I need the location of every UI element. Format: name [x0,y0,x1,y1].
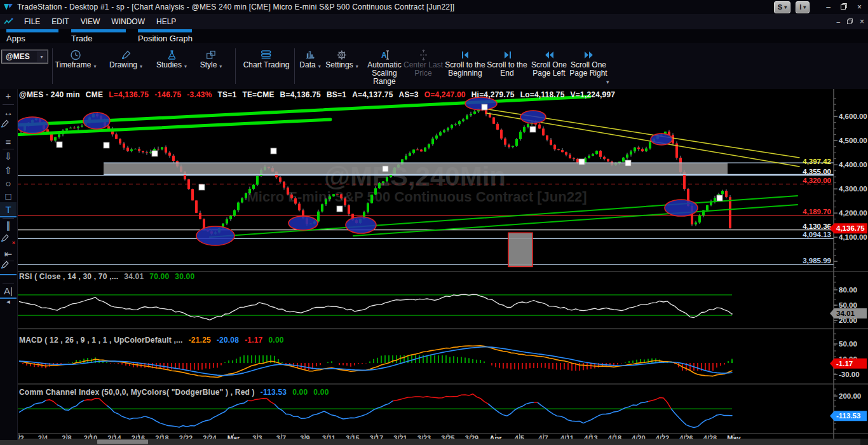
svg-text:50.00: 50.00 [839,340,857,348]
status-field: TS=1 [218,90,237,99]
status-field: -3.43% [187,90,212,99]
svg-text:34.01: 34.01 [836,310,855,317]
collapse-arrow[interactable]: ◂ [0,294,17,308]
macd-label-row: MACD ( 12 , 26 , 9 , 1 , 1 , UpColorDefa… [19,336,284,345]
svg-text:4,100.00: 4,100.00 [839,233,867,241]
chevron-down-icon[interactable]: ▾ [93,64,96,69]
chevron-down-icon[interactable]: ▾ [37,51,46,62]
tab-position-graph[interactable]: Position Graph [138,29,192,43]
tradestation-logo [3,3,13,11]
chevron-down-icon[interactable]: ▾ [356,64,358,69]
quick-button-s[interactable]: S▾ [774,1,790,13]
arrow-down-tool-icon[interactable]: ⇩ [0,149,17,163]
rsi-field: 30.00 [175,272,194,281]
scrollbar-thumb[interactable] [97,440,148,444]
child-minimize-button[interactable]: – [836,18,840,25]
svg-text:-30.00: -30.00 [839,371,860,378]
ellipse-tool-icon[interactable]: ○ [0,176,17,190]
child-close-button[interactable]: × [860,17,864,26]
trendline-tool-icon[interactable] [0,119,17,133]
quick-button-i[interactable]: I▾ [796,1,810,13]
chevron-down-icon[interactable]: ▾ [219,64,222,69]
style-icon [205,48,216,61]
horizontal-lines-tool-icon[interactable]: ≡ [0,134,17,148]
svg-text:4,189.70: 4,189.70 [803,208,831,216]
arrow-up-tool-icon[interactable]: ⇧ [0,163,17,177]
cci-label-row: Comm Channel Index (50,0,0, MyColors( "D… [19,388,329,397]
tab-active-bar [6,29,58,32]
rsi-field: 34.01 [124,272,144,281]
data-button[interactable]: Data▾ [299,48,320,69]
rectangle-tool-icon[interactable]: □ [0,189,17,203]
cci-field: Comm Channel Index (50,0,0, MyColors( "D… [19,388,255,397]
toolbar-button-label: Data [299,61,315,69]
annotation-ellipse [651,134,672,145]
chevron-down-icon[interactable]: ▾ [140,64,142,69]
parallel-lines-tool-icon[interactable]: ∥ [0,219,17,233]
extend-left-tool-icon[interactable]: ⇤ [0,247,17,261]
gear-icon [337,48,348,61]
menu-file[interactable]: FILE [18,14,46,29]
tab-active-bar [71,29,126,32]
scroll-one-page-right-button[interactable]: Scroll One Page Right [564,48,613,78]
style-button[interactable]: Style▾ [200,48,222,69]
svg-text:3,985.99: 3,985.99 [803,257,831,264]
tab-trade[interactable]: Trade [71,29,126,43]
expand-horizontal-tool-icon[interactable]: ↔ [0,105,17,119]
rsi-field: 70.00 [149,272,169,281]
annotation-ellipse [665,200,698,216]
flask-icon [166,48,177,61]
window-title: TradeStation - Desktop #1 - sp - [Chart … [17,3,454,11]
settings-button[interactable]: Settings▾ [325,48,358,69]
macd-field: -1.17 [245,336,262,345]
menu-help[interactable]: HELP [151,14,182,29]
toolbar-overflow-icon[interactable]: ▾ [606,79,609,85]
toolbar: @MES ▾ Timeframe▾Drawing▾Studies▾Style▾C… [0,43,868,90]
status-field: Hi=4,279.75 [471,90,515,99]
timeframe-button[interactable]: Timeframe▾ [55,48,97,69]
annotation-ellipse [17,117,48,134]
svg-text:-113.53: -113.53 [836,412,860,420]
symbol-input[interactable]: @MES ▾ [2,50,48,63]
menu-window[interactable]: WINDOW [105,14,151,29]
svg-text:4,355.00: 4,355.00 [803,168,831,175]
studies-button[interactable]: Studies▾ [156,48,187,69]
svg-text:A: A [381,51,387,60]
close-button[interactable]: × [857,1,862,13]
chevron-down-icon[interactable]: ▾ [318,64,321,69]
scroll-end-icon [502,48,513,61]
macd-field: -21.25 [189,336,211,345]
status-field: CME [86,90,103,99]
annotation-ellipse [288,216,318,230]
auto-scale-icon: A [379,48,390,61]
titlebar: TradeStation - Desktop #1 - sp - [Chart … [0,0,868,14]
text-tool-icon[interactable]: T [0,202,17,217]
toolbar-button-label: Scroll One Page Right [564,61,613,78]
chart-trading-button[interactable]: Chart Trading [243,48,290,69]
tabstrip: AppsTradePosition Graph [0,29,868,43]
toolbar-button-label: Chart Trading [243,61,290,69]
status-field: TE=CME [242,90,274,99]
toolbar-separator [52,48,53,84]
crosshair-tool-icon[interactable]: + [0,88,17,102]
macd-field: 0.00 [268,336,283,345]
toolbar-button-label: Settings [325,61,353,69]
drawing-button[interactable]: Drawing▾ [109,48,142,69]
svg-text:50.00: 50.00 [839,301,857,309]
status-field: O=4,247.00 [424,90,466,99]
status-field: Lo=4,118.75 [520,90,565,99]
child-restore-button[interactable] [847,18,853,25]
minimize-button[interactable]: – [826,1,831,13]
menu-view[interactable]: VIEW [75,14,106,29]
menu-edit[interactable]: EDIT [46,14,74,29]
macd-field: MACD ( 12 , 26 , 9 , 1 , 1 , UpColorDefa… [19,336,183,345]
restore-button[interactable] [841,1,847,13]
center-price-icon [418,48,429,61]
drawing-pen-tool-icon[interactable] [0,260,17,275]
delete-drawing-tool-icon[interactable]: × [0,233,17,247]
tab-apps[interactable]: Apps [6,29,58,43]
chevron-down-icon[interactable]: ▾ [184,64,187,69]
pencil-icon [121,48,132,61]
status-field: -146.75 [154,90,181,99]
svg-text:4,320.00: 4,320.00 [803,177,831,184]
